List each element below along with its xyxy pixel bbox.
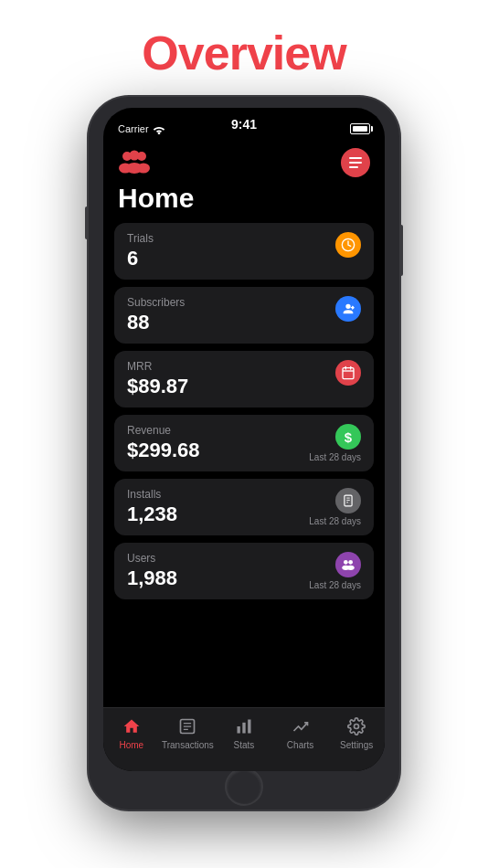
home-tab-icon (121, 715, 143, 737)
svg-point-3 (130, 151, 140, 161)
mrr-card[interactable]: MRR $89.87 (114, 351, 374, 408)
tab-bar: Home Transactions (103, 707, 385, 771)
installs-sublabel: Last 28 days (309, 516, 361, 526)
trials-value: 6 (127, 247, 361, 270)
page-header (114, 143, 374, 179)
wifi-icon (153, 124, 165, 134)
home-button[interactable] (225, 767, 263, 806)
trials-label: Trials (127, 232, 361, 245)
tab-settings[interactable]: Settings (328, 715, 385, 750)
svg-rect-8 (343, 368, 354, 379)
mrr-label: MRR (127, 360, 361, 373)
revenue-card[interactable]: Revenue $299.68 $ Last 28 days (114, 415, 374, 471)
content-area: Home Trials 6 Subscribers 88 (103, 143, 385, 707)
stats-tab-icon (233, 715, 255, 737)
svg-rect-12 (345, 495, 352, 506)
tab-transactions[interactable]: Transactions (160, 715, 217, 750)
hamburger-icon (349, 157, 362, 168)
battery-icon (350, 123, 370, 134)
menu-button[interactable] (341, 148, 370, 177)
subscribers-label: Subscribers (127, 296, 361, 309)
tab-stats[interactable]: Stats (216, 715, 272, 750)
subscribers-value: 88 (127, 311, 361, 334)
svg-point-16 (344, 560, 348, 565)
svg-rect-24 (237, 726, 239, 734)
carrier-label: Carrier (118, 123, 165, 134)
status-time: 9:41 (231, 117, 257, 132)
charts-tab-label: Charts (287, 740, 313, 750)
installs-card[interactable]: Installs 1,238 Last 28 days (114, 479, 374, 535)
people-icon (118, 148, 151, 177)
settings-tab-icon (345, 715, 367, 737)
svg-point-27 (355, 725, 359, 729)
home-heading: Home (114, 179, 374, 223)
users-label: Users (127, 552, 361, 565)
home-button-area (225, 771, 263, 802)
svg-point-17 (348, 560, 353, 565)
users-sublabel: Last 28 days (309, 580, 361, 590)
svg-point-5 (119, 164, 132, 174)
charts-tab-icon (290, 715, 312, 737)
revenue-icon: $ (335, 424, 361, 450)
svg-point-6 (137, 164, 150, 174)
mrr-value: $89.87 (127, 375, 361, 398)
users-icon (335, 552, 361, 577)
revenue-sublabel: Last 28 days (309, 452, 361, 462)
battery-indicator (350, 123, 370, 134)
svg-point-19 (347, 566, 355, 570)
mrr-icon (335, 360, 361, 386)
transactions-tab-icon (176, 715, 198, 737)
svg-rect-25 (242, 723, 245, 734)
settings-tab-label: Settings (340, 740, 373, 750)
trials-icon (335, 232, 361, 258)
home-tab-label: Home (119, 740, 143, 750)
transactions-tab-label: Transactions (162, 740, 214, 750)
svg-point-0 (157, 132, 160, 133)
subscribers-card[interactable]: Subscribers 88 (114, 287, 374, 344)
tab-charts[interactable]: Charts (272, 715, 329, 750)
svg-rect-26 (248, 720, 250, 734)
trials-card[interactable]: Trials 6 (114, 223, 374, 280)
tab-home[interactable]: Home (103, 715, 160, 750)
page-title: Overview (142, 26, 345, 80)
revenue-label: Revenue (127, 424, 361, 437)
users-card[interactable]: Users 1,988 Last 28 days (114, 543, 374, 599)
subscribers-icon (335, 296, 361, 322)
installs-label: Installs (127, 488, 361, 501)
phone-screen: Carrier 9:41 (103, 108, 385, 771)
stats-tab-label: Stats (234, 740, 255, 750)
installs-icon (335, 488, 361, 513)
phone-shell: Carrier 9:41 (89, 97, 399, 810)
status-bar: Carrier 9:41 (103, 108, 385, 143)
